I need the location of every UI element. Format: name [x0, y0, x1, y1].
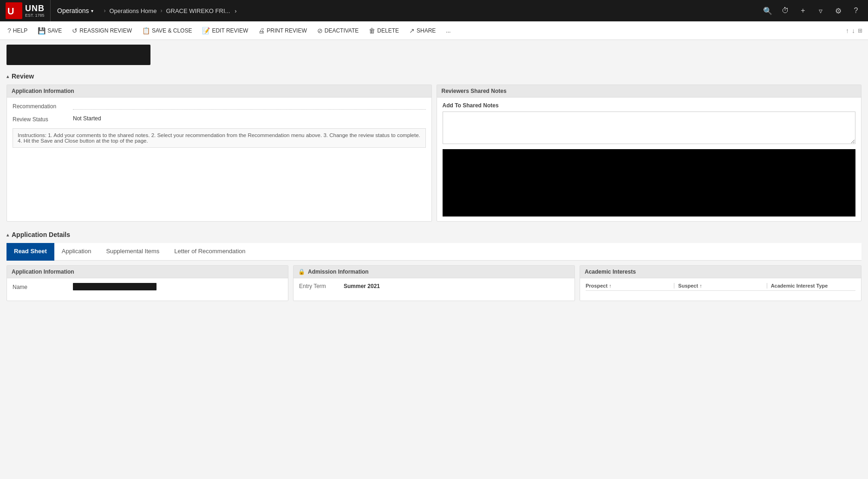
print-review-button[interactable]: 🖨 PRINT REVIEW: [256, 26, 308, 35]
review-status-label: Review Status: [13, 115, 68, 123]
instructions-box: Instructions: 1. Add your comments to th…: [13, 128, 426, 148]
more-button[interactable]: ...: [444, 26, 452, 35]
save-close-button[interactable]: 📋 SAVE & CLOSE: [140, 26, 194, 35]
supplemental-items-tab[interactable]: Supplemental Items: [98, 243, 167, 261]
share-button[interactable]: ↗ SHARE: [407, 26, 437, 35]
edit-review-button[interactable]: 📝 EDIT REVIEW: [200, 26, 250, 35]
delete-icon: 🗑: [369, 27, 375, 34]
help-icon[interactable]: ?: [848, 2, 864, 19]
app-details-section-header: ▴ Application Details: [7, 231, 861, 238]
save-icon: 💾: [38, 27, 46, 34]
help-button[interactable]: ? HELP: [6, 26, 29, 35]
breadcrumb: › Operations Home › GRACE WIREKO FRI... …: [100, 0, 759, 21]
academic-interests-panel: Academic Interests Prospect ↑ Suspect ↑: [580, 265, 861, 301]
review-section-header: ▴ Review: [7, 72, 861, 80]
application-details-section: ▴ Application Details Read Sheet Applica…: [7, 231, 861, 301]
breadcrumb-more[interactable]: ›: [232, 7, 239, 14]
breadcrumb-sep-1: ›: [104, 7, 105, 14]
logo-est: EST. 1785: [25, 13, 45, 18]
read-sheet-tab[interactable]: Read Sheet: [7, 243, 54, 261]
app-info-panel-body: Recommendation Review Status Not Started…: [7, 98, 431, 152]
bottom-panels-grid: Application Information Name 🔒 Admission…: [7, 265, 861, 301]
application-tab[interactable]: Application: [54, 243, 99, 261]
app-info-panel-header: Application Information: [7, 85, 431, 98]
application-information-panel: Application Information Recommendation R…: [7, 85, 432, 222]
name-field-row: Name: [13, 283, 282, 290]
settings-icon[interactable]: ⚙: [830, 2, 847, 19]
tabs-bar: Read Sheet Application Supplemental Item…: [7, 243, 861, 261]
bottom-app-info-panel: Application Information Name: [7, 265, 288, 301]
review-title: Review: [12, 72, 34, 80]
app-details-collapse-icon[interactable]: ▴: [7, 232, 9, 237]
review-collapse-icon[interactable]: ▴: [7, 74, 9, 79]
arrow-up-icon[interactable]: ↑: [846, 27, 849, 34]
expand-icon[interactable]: ⊞: [858, 27, 862, 34]
recommendation-value[interactable]: [73, 102, 426, 110]
entry-term-label: Entry Term: [299, 283, 341, 289]
bottom-app-info-header: Application Information: [7, 266, 288, 278]
recommendation-field-row: Recommendation: [13, 102, 426, 110]
review-grid: Application Information Recommendation R…: [7, 85, 861, 222]
recommendation-label: Recommendation: [13, 102, 68, 110]
app-details-title: Application Details: [12, 231, 70, 238]
admission-info-panel: 🔒 Admission Information Entry Term Summe…: [293, 265, 575, 301]
admission-info-body: Entry Term Summer 2021: [294, 278, 574, 297]
reassign-icon: ↺: [72, 27, 78, 34]
help-icon: ?: [7, 27, 11, 34]
name-label: Name: [13, 283, 68, 290]
shared-notes-panel-body: Add To Shared Notes: [437, 98, 861, 221]
add-icon[interactable]: +: [795, 2, 811, 19]
search-icon[interactable]: 🔍: [759, 2, 776, 19]
column-sep-2: [767, 283, 767, 289]
review-status-value: Not Started: [73, 115, 426, 122]
entry-term-value: Summer 2021: [344, 283, 380, 289]
edit-review-icon: 📝: [202, 27, 210, 34]
academic-interests-body: Prospect ↑ Suspect ↑ Academic Interest T…: [580, 278, 861, 297]
letter-of-recommendation-tab[interactable]: Letter of Recommendation: [167, 243, 253, 261]
lock-icon: 🔒: [298, 269, 305, 275]
prospect-column-header[interactable]: Prospect ↑: [586, 283, 670, 289]
review-status-field-row: Review Status Not Started: [13, 115, 426, 123]
entry-term-row: Entry Term Summer 2021: [299, 283, 569, 289]
toolbar-nav-arrows: ↑ ↓ ⊞: [846, 27, 862, 34]
shared-notes-redacted-area: [443, 149, 856, 217]
history-icon[interactable]: ⏱: [777, 2, 794, 19]
nav-actions: 🔍 ⏱ + ▿ ⚙ ?: [759, 2, 868, 19]
academic-interests-header: Academic Interests: [580, 266, 861, 278]
breadcrumb-home[interactable]: Operations Home: [107, 7, 158, 14]
main-content: ▴ Review Application Information Recomme…: [0, 40, 868, 479]
column-sep-1: [674, 283, 674, 289]
delete-button[interactable]: 🗑 DELETE: [367, 26, 401, 35]
save-button[interactable]: 💾 SAVE: [36, 26, 64, 35]
arrow-down-icon[interactable]: ↓: [852, 27, 855, 34]
operations-chevron: ▾: [91, 8, 93, 13]
name-redacted-value: [73, 283, 157, 290]
suspect-column-header[interactable]: Suspect ↑: [678, 283, 763, 289]
save-close-icon: 📋: [142, 27, 150, 34]
logo[interactable]: U UNB EST. 1785: [0, 0, 51, 21]
shared-notes-panel: Reviewers Shared Notes Add To Shared Not…: [437, 85, 862, 222]
share-icon: ↗: [409, 27, 415, 34]
top-navigation: U UNB EST. 1785 Operations ▾ › Operation…: [0, 0, 868, 21]
academic-interests-columns: Prospect ↑ Suspect ↑ Academic Interest T…: [586, 283, 855, 291]
logo-text: UNB: [25, 4, 45, 13]
svg-text:U: U: [7, 6, 14, 16]
breadcrumb-sep-2: ›: [160, 7, 162, 14]
add-to-shared-notes-label: Add To Shared Notes: [443, 102, 856, 109]
admission-info-header: 🔒 Admission Information: [294, 266, 574, 278]
breadcrumb-current[interactable]: GRACE WIREKO FRI...: [164, 7, 232, 14]
deactivate-button[interactable]: ⊘ DEACTIVATE: [315, 26, 361, 35]
logo-mark: U: [6, 2, 22, 19]
reassign-review-button[interactable]: ↺ REASSIGN REVIEW: [70, 26, 134, 35]
toolbar: ? HELP 💾 SAVE ↺ REASSIGN REVIEW 📋 SAVE &…: [0, 21, 868, 40]
print-icon: 🖨: [258, 27, 265, 34]
deactivate-icon: ⊘: [317, 27, 323, 34]
bottom-app-info-body: Name: [7, 278, 288, 301]
filter-icon[interactable]: ▿: [812, 2, 829, 19]
shared-notes-panel-header: Reviewers Shared Notes: [437, 85, 861, 98]
operations-menu[interactable]: Operations ▾: [51, 0, 100, 21]
redacted-name-bar: [7, 45, 150, 65]
academic-interest-type-column-header[interactable]: Academic Interest Type: [771, 283, 855, 289]
shared-notes-textarea[interactable]: [443, 112, 856, 144]
